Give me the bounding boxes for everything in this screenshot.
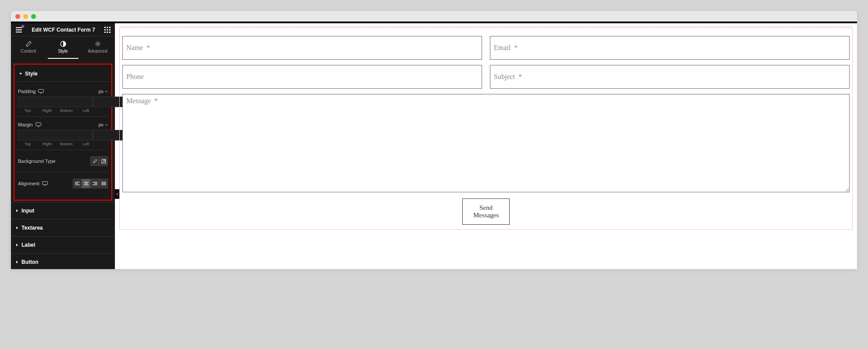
name-field[interactable]: [122, 36, 482, 60]
tab-content[interactable]: Content: [11, 36, 46, 62]
svg-rect-7: [107, 32, 108, 33]
align-left-button[interactable]: [73, 179, 82, 188]
svg-rect-4: [107, 29, 108, 30]
alignment-buttons: [73, 179, 108, 188]
style-section-body: Padding px: [16, 81, 110, 198]
editor-sidebar: Edit WCF Contact Form 7 Content Style: [11, 23, 115, 269]
accordion-label-label: Label: [21, 242, 35, 248]
accordion-textarea-label: Textarea: [21, 225, 43, 231]
svg-rect-0: [104, 27, 106, 28]
caret-right-icon: [15, 209, 19, 212]
gear-icon: [95, 41, 101, 47]
padding-inputs: [18, 97, 108, 107]
accordion-button-label: Button: [21, 259, 39, 265]
accordion-style[interactable]: Style: [16, 66, 110, 81]
margin-unit-label: px: [98, 122, 104, 127]
tab-content-label: Content: [21, 49, 36, 54]
contact-form-widget[interactable]: Send Messages: [119, 28, 853, 230]
margin-unit-select[interactable]: px: [98, 122, 108, 127]
margin-bottom-label: Bottom: [57, 142, 76, 146]
window-minimize-icon[interactable]: [23, 14, 28, 19]
email-field[interactable]: [490, 36, 850, 60]
caret-right-icon: [15, 260, 19, 264]
caret-right-icon: [15, 243, 19, 247]
grid-icon: [104, 27, 111, 33]
desktop-icon[interactable]: [42, 181, 48, 186]
message-field[interactable]: [122, 94, 850, 192]
accordion-label[interactable]: Label: [11, 236, 115, 253]
alignment-row: Alignment: [18, 172, 108, 194]
accordion-button[interactable]: Button: [11, 253, 115, 269]
sidebar-collapse-button[interactable]: [115, 189, 119, 199]
align-center-button[interactable]: [82, 179, 90, 188]
align-justify-button[interactable]: [99, 179, 108, 188]
app-window: Edit WCF Contact Form 7 Content Style: [11, 11, 857, 269]
tab-style[interactable]: Style: [46, 36, 80, 62]
editor-canvas[interactable]: Send Messages: [115, 23, 857, 269]
widgets-grid-button[interactable]: [104, 27, 111, 33]
sidebar-title: Edit WCF Contact Form 7: [32, 27, 95, 33]
margin-top-input[interactable]: [18, 130, 93, 140]
margin-inputs: [18, 130, 108, 140]
padding-top-input[interactable]: [18, 97, 93, 107]
hamburger-icon: [15, 26, 22, 33]
phone-field[interactable]: [122, 65, 482, 89]
align-left-icon: [75, 182, 80, 186]
padding-unit-label: px: [98, 89, 104, 94]
svg-rect-2: [109, 27, 111, 28]
alignment-label: Alignment: [18, 181, 39, 186]
margin-top-label: Top: [18, 142, 37, 146]
gradient-icon: [101, 159, 106, 164]
background-type-label: Background Type: [18, 158, 55, 164]
caret-right-icon: [15, 226, 19, 230]
margin-label: Margin: [18, 122, 33, 127]
bg-classic-button[interactable]: [90, 156, 99, 166]
svg-rect-1: [107, 27, 108, 28]
pencil-icon: [25, 41, 32, 47]
accordion-input[interactable]: Input: [11, 202, 115, 219]
margin-side-labels: Top Right Bottom Left: [18, 142, 108, 146]
submit-button[interactable]: Send Messages: [462, 198, 510, 225]
desktop-icon[interactable]: [38, 89, 44, 94]
hamburger-menu-button[interactable]: [15, 26, 22, 33]
padding-top-label: Top: [18, 108, 37, 113]
padding-side-labels: Top Right Bottom Left: [18, 108, 108, 113]
sidebar-tabs: Content Style Advanced: [11, 36, 115, 62]
style-panel-highlight: Style Padding px: [14, 64, 112, 201]
chevron-left-icon: [116, 192, 118, 196]
margin-right-label: Right: [37, 142, 57, 146]
margin-control-row: Margin px: [18, 116, 108, 130]
chevron-down-icon: [105, 90, 108, 93]
notification-dot-icon: [21, 25, 24, 28]
contrast-icon: [60, 41, 66, 47]
svg-rect-8: [109, 32, 111, 33]
align-right-icon: [93, 182, 97, 186]
svg-rect-11: [39, 90, 44, 93]
padding-unit-select[interactable]: px: [98, 89, 108, 94]
background-type-row: Background Type: [18, 150, 108, 172]
background-type-buttons: [90, 156, 108, 166]
window-close-icon[interactable]: [15, 14, 20, 19]
tab-style-label: Style: [58, 49, 68, 54]
subject-field[interactable]: [490, 65, 850, 89]
sidebar-header: Edit WCF Contact Form 7: [11, 23, 115, 36]
padding-label: Padding: [18, 89, 36, 94]
padding-bottom-label: Bottom: [57, 108, 76, 113]
align-justify-icon: [101, 182, 106, 186]
accordion-textarea[interactable]: Textarea: [11, 219, 115, 236]
chevron-down-icon: [105, 124, 108, 126]
bg-gradient-button[interactable]: [99, 156, 108, 166]
svg-rect-6: [104, 32, 106, 33]
svg-rect-5: [109, 29, 111, 30]
tab-advanced[interactable]: Advanced: [80, 36, 115, 62]
caret-down-icon: [19, 72, 22, 76]
svg-rect-3: [104, 29, 106, 30]
margin-left-label: Left: [76, 142, 96, 146]
desktop-icon[interactable]: [36, 122, 41, 127]
padding-right-label: Right: [37, 108, 57, 113]
window-maximize-icon[interactable]: [31, 14, 36, 19]
align-center-icon: [84, 182, 89, 186]
brush-icon: [93, 159, 97, 164]
svg-rect-14: [42, 182, 47, 185]
align-right-button[interactable]: [90, 179, 99, 188]
